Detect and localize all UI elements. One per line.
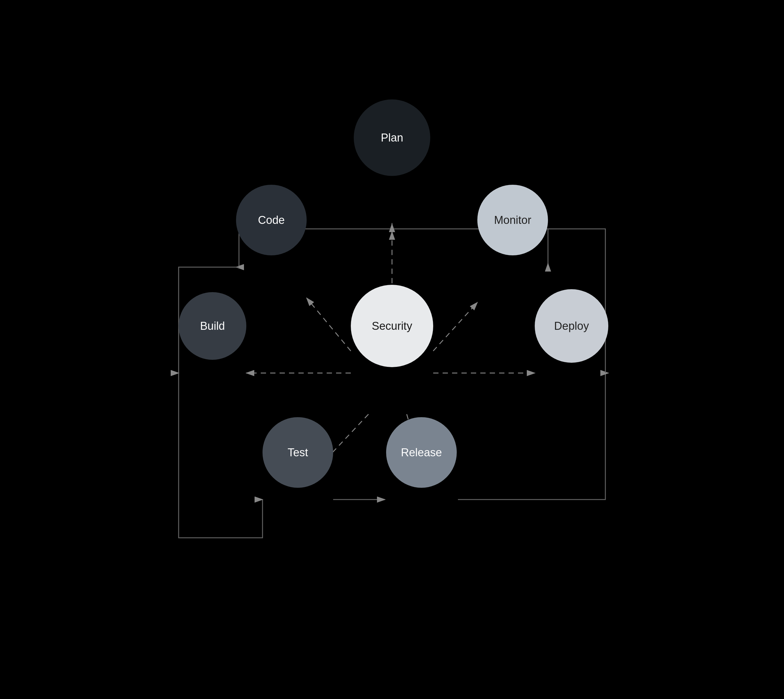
- node-test[interactable]: Test: [262, 417, 333, 488]
- node-monitor-label: Monitor: [494, 214, 532, 227]
- node-test-label: Test: [288, 446, 308, 459]
- node-build-label: Build: [200, 320, 225, 333]
- node-release[interactable]: Release: [386, 417, 457, 488]
- node-deploy-label: Deploy: [554, 320, 589, 333]
- node-monitor[interactable]: Monitor: [477, 185, 548, 255]
- diagram-container: Plan Code Build Security Test Release De…: [127, 55, 657, 644]
- node-code-label: Code: [258, 214, 285, 227]
- node-security[interactable]: Security: [351, 285, 433, 367]
- node-deploy[interactable]: Deploy: [535, 289, 608, 363]
- node-plan-label: Plan: [381, 131, 403, 144]
- svg-line-8: [433, 302, 477, 351]
- node-build[interactable]: Build: [179, 292, 246, 360]
- node-security-label: Security: [372, 320, 412, 333]
- svg-line-3: [307, 298, 351, 351]
- node-release-label: Release: [401, 446, 442, 459]
- node-code[interactable]: Code: [236, 185, 307, 255]
- node-plan[interactable]: Plan: [354, 99, 430, 176]
